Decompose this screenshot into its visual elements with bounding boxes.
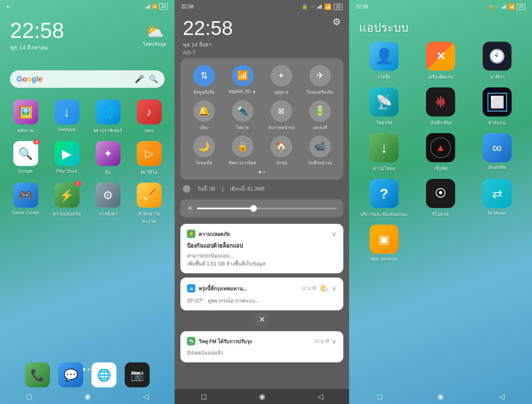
app-theme[interactable]: ✦ ธีม [91, 141, 125, 176]
mid-wifi: 📶 [324, 3, 331, 10]
wifi-toggle-label: bigglive_5G ▲ [229, 89, 256, 94]
security-notif-body2: เพิ่มพื้นที่ 1.51 GB ล้างพื้นที่เก็บข้อม… [187, 260, 337, 268]
toggle-battery[interactable]: 🔋 แตเตอรี่ [303, 100, 337, 131]
right-app-mimover[interactable]: ⇄ Mi Mover [472, 179, 522, 218]
mid-clock-row: 22:58 พุธ 14 สิงหา AIS-T ⚙ [183, 17, 341, 56]
mid-nav-home[interactable]: ◉ [259, 392, 266, 401]
recorder-label: บันทึกเสียง [430, 119, 451, 126]
right-app-recorder[interactable]: บันทึกเสียง [416, 87, 466, 126]
recorder-visual [426, 87, 455, 116]
airplane-label: โหมดเครื่องบิน [306, 89, 333, 95]
right-status-bar: 22:58 🔒 ··· 📶 20 [349, 0, 532, 12]
lens-icon[interactable]: 🔍 [149, 74, 158, 84]
contacts-label: รายชื่อ [377, 73, 391, 81]
right-page-title: แอประบบ [349, 12, 532, 42]
app-gallery-label: คลังภาพ [17, 127, 34, 134]
app-gallery[interactable]: 🖼️ คลังภาพ [8, 99, 43, 134]
calculator-label: เครื่องคิดเลข [428, 73, 453, 81]
brightness-track[interactable] [197, 208, 337, 209]
dock-messages[interactable]: 💬 [58, 362, 83, 387]
app-getapps-label: GetApps [58, 127, 76, 132]
security-notif-body1: สามารถปกป้องแอป... [187, 252, 337, 260]
status-left: ● ··· [7, 4, 14, 9]
mic-icon[interactable]: 🎤 [135, 74, 144, 84]
mid-nav-back[interactable]: ◁ [318, 392, 323, 401]
right-app-clock[interactable]: 🕙 นาฬิกา [472, 42, 522, 81]
compass-needle: ▲ [436, 142, 446, 154]
brightness-handle[interactable] [250, 205, 257, 212]
radio-notif-chevron[interactable]: ∨ [332, 337, 337, 345]
app-theme-label: ธีม [105, 169, 111, 176]
toggle-airplane[interactable]: ✈ โหมดเครื่องบิน [303, 65, 337, 95]
right-app-contacts[interactable]: 👤 รายชื่อ [359, 42, 409, 81]
panel-page-dots [187, 171, 337, 173]
status-right: 📶 20 [145, 3, 168, 10]
weather-notif-right: 12 นาที 🌤️ ∨ [301, 283, 337, 293]
dtac-label: dtac services [371, 256, 397, 261]
search-bar[interactable]: Google 🎤 🔍 [10, 70, 165, 88]
app-security[interactable]: 1 ⚡ ความปลอดภัย [49, 183, 84, 225]
dock-chrome[interactable]: 🌐 [91, 362, 116, 387]
dock: 📞 💬 🌐 📷 [0, 362, 175, 387]
toggle-mobile-data[interactable]: ⇅ ข้อมูลมือถือ [187, 65, 221, 95]
app-mivideo[interactable]: ▷ Mi วิดีโอ [132, 141, 166, 176]
toggle-screenrecord[interactable]: 📹 บันทึกหน้าจอ [303, 136, 337, 166]
app-getapps[interactable]: ↓ GetApps [49, 99, 84, 134]
notif-radio[interactable]: 📡 วิทยุ FM ได้รับการปรับรุง 18 นาที ∨ อั… [180, 331, 343, 362]
nav-back-btn[interactable]: ◁ [143, 392, 149, 401]
right-app-dtac[interactable]: ▣ dtac services [359, 225, 409, 261]
right-app-shareme[interactable]: ∞ ShareMe [472, 133, 522, 172]
right-nav-home[interactable]: ◉ [437, 392, 444, 401]
right-app-scanner[interactable]: ⬜ ตัวสแกน [472, 87, 522, 126]
app-playstore[interactable]: ▶ Play Store [49, 141, 84, 176]
app-mi-browser[interactable]: 🌐 Mi เบราช์เซอร์ [91, 99, 125, 134]
weather-notif-chevron[interactable]: ∨ [332, 285, 337, 292]
dock-phone[interactable]: 📞 [25, 362, 50, 387]
mid-clock-block: 22:58 พุธ 14 สิงหา AIS-T [183, 17, 233, 56]
app-settings[interactable]: ⚙ การตั้งค่า [91, 183, 125, 225]
lock-icon: 🔒 [302, 4, 308, 10]
nav-home-btn[interactable]: ◉ [84, 392, 91, 401]
notif-security[interactable]: ⚡ ความปลอดภัย ∨ ป้องกันแอปด้วยล็อกแอป สา… [180, 224, 343, 273]
settings-gear-btn[interactable]: ⚙ [332, 17, 341, 27]
app-gamecenter[interactable]: 🎮 Game Center [8, 183, 43, 225]
toggle-flashlight[interactable]: 🔦 ไฟฉาย [226, 100, 259, 131]
app-cleaner[interactable]: 🧹 ตัวทำความสะอาด [132, 183, 166, 225]
brightness-fill [197, 208, 253, 209]
nav-square-btn[interactable]: ◻ [26, 392, 32, 401]
toggle-silent[interactable]: 🔔 เงียบ [187, 100, 221, 131]
app-mi-browser-label: Mi เบราช์เซอร์ [94, 127, 122, 134]
right-app-radio[interactable]: 📡 วิทยุ FM [359, 87, 409, 126]
data-usage-row: วันนี้: 0B | เดือนนี้: 81.3MB [175, 181, 349, 196]
toggle-device[interactable]: 🏠 ปกรณ์ [264, 136, 298, 166]
toggle-wifi[interactable]: 📶 bigglive_5G ▲ [226, 65, 259, 95]
weather-widget: ⛅ ไม่พบข้อมูล [143, 23, 166, 48]
gallery-icon: 🖼️ [18, 105, 33, 119]
toggle-screenshot[interactable]: ⊠ จับภาพหน้าจอ [264, 100, 298, 131]
app-google[interactable]: 5 🔍 Google [8, 141, 43, 176]
toggle-darkmode[interactable]: 🌙 โหมดมืด [187, 136, 221, 166]
mid-nav-bar: ◻ ◉ ◁ [175, 389, 349, 404]
shareme-icon: ∞ [493, 140, 502, 156]
right-app-services[interactable]: ? บริการและข้อเสนอแนะ [359, 179, 409, 218]
right-nav-back[interactable]: ◁ [499, 392, 505, 401]
dock-camera[interactable]: 📷 [125, 362, 150, 387]
toggle-bluetooth[interactable]: ✦ บลูทูธ ⊘ [264, 65, 298, 95]
battery-indicator: 20 [159, 3, 168, 10]
right-app-remote[interactable]: ⦿ รีโมท Mi [416, 179, 466, 218]
mid-nav-square[interactable]: ◻ [201, 392, 207, 401]
right-nav-square[interactable]: ◻ [377, 392, 383, 401]
right-clock-status: 22:58 [356, 4, 368, 10]
toggle-lockdir[interactable]: 🔒 ทิศทางการล็อค [226, 136, 259, 166]
brightness-bar[interactable]: ☀ [180, 199, 343, 217]
right-app-calculator[interactable]: ✕ เครื่องคิดเลข [416, 42, 466, 81]
notif-weather[interactable]: 🌤 พรุ่งนี้ที่กรุงเทพมหาน... 12 นาที 🌤️ ∨… [180, 278, 343, 310]
right-app-download[interactable]: ↓ ดาวน์โหลด [359, 133, 409, 172]
right-app-compass[interactable]: ▲ เข็มทิศ [416, 133, 466, 172]
security-notif-chevron[interactable]: ∨ [332, 230, 337, 238]
close-fab-btn[interactable]: ✕ [254, 312, 269, 327]
app-music[interactable]: ♪ เพลง [132, 99, 166, 134]
left-status-bar: ● ··· 📶 20 [0, 0, 175, 11]
weather-emoji: 🌤️ [319, 283, 329, 293]
panel-dot-1 [259, 171, 261, 173]
